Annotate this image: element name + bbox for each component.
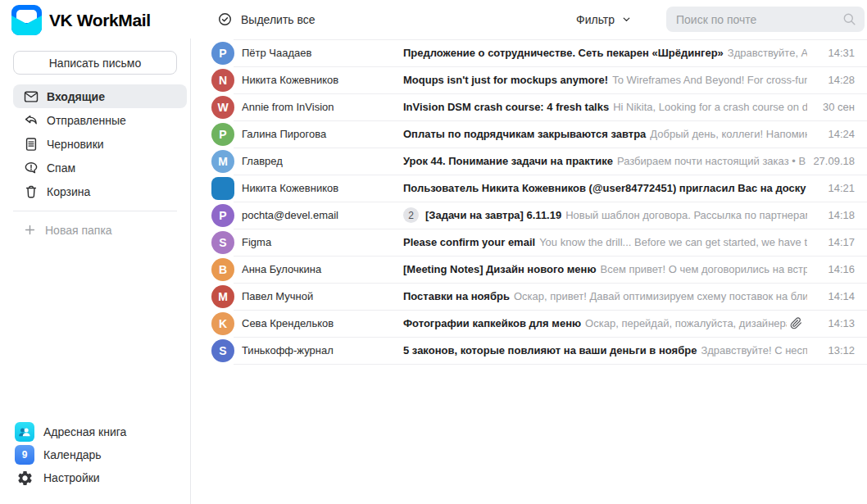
workmail-logo-icon	[11, 5, 42, 35]
email-row[interactable]: N Никита Кожевников Moqups isn't just fo…	[191, 66, 867, 93]
sidebar-item-label: Адресная книга	[43, 425, 126, 438]
email-snippet: Moqups isn't just for mockups anymore! T…	[403, 74, 807, 86]
email-preview: To Wireframes And Beyond! For cross-func…	[612, 74, 807, 86]
sidebar-item-label: Корзина	[47, 185, 90, 198]
email-subject: Фотографии капкейков для меню	[403, 317, 581, 329]
mail-toolbar: Выделить все Фильтр	[191, 0, 867, 39]
sidebar-item-settings[interactable]: Настройки	[15, 466, 187, 489]
new-folder-label: Новая папка	[45, 224, 112, 237]
email-sender: Никита Кожевников	[242, 182, 403, 194]
email-row[interactable]: Никита Кожевников Пользователь Никита Ко…	[191, 175, 867, 202]
sidebar-item-drafts[interactable]: Черновики	[13, 132, 187, 156]
select-all-label: Выделить все	[241, 13, 315, 26]
email-snippet: Урок 44. Понимание задачи на практике Ра…	[403, 155, 807, 167]
avatar-letter: K	[219, 317, 227, 330]
sidebar-item-label: Спам	[47, 161, 75, 175]
trash-icon	[23, 184, 39, 200]
email-sender: Павел Мучной	[242, 290, 403, 302]
vk-workmail-app: VK WorkMail Написать письмо Входящие Отп…	[0, 0, 867, 504]
sidebar-item-label: Черновики	[47, 138, 104, 151]
avatar: P	[211, 123, 234, 146]
search-box	[666, 7, 865, 32]
avatar-letter: B	[219, 263, 227, 276]
avatar-letter: P	[219, 209, 226, 222]
email-time: 27.09.18	[807, 155, 855, 167]
email-time: 14:13	[807, 317, 855, 329]
email-row[interactable]: S Figma Please confirm your email You kn…	[191, 229, 867, 256]
avatar: S	[211, 231, 234, 254]
compose-button[interactable]: Написать письмо	[13, 51, 177, 75]
sidebar-item-trash[interactable]: Корзина	[13, 179, 187, 203]
email-snippet: InVision DSM crash course: 4 fresh talks…	[403, 101, 807, 113]
email-row[interactable]: M Главред Урок 44. Понимание задачи на п…	[191, 148, 867, 175]
email-preview: Разбираем почти настоящий заказ • В брау…	[617, 155, 807, 167]
email-row[interactable]: P Галина Пирогова Оплаты по подрядчикам …	[191, 120, 867, 148]
email-preview: Здравствуйте, Ангелина! Ме…	[728, 47, 807, 59]
unread-count-badge: 2	[403, 207, 419, 223]
avatar-letter: W	[217, 101, 228, 114]
email-time: 14:24	[807, 128, 855, 140]
email-subject: Оплаты по подрядчикам закрываются завтра	[403, 128, 646, 140]
sidebar-item-address-book[interactable]: Адресная книга	[15, 420, 187, 443]
app-title: VK WorkMail	[49, 11, 151, 30]
sidebar-item-spam[interactable]: Спам	[13, 156, 187, 179]
sent-icon	[23, 112, 39, 129]
address-book-icon	[15, 422, 34, 442]
inbox-icon	[23, 89, 39, 105]
mail-main: Выделить все Фильтр P Пётр Чаадаев Предл…	[191, 0, 867, 504]
email-snippet: Поставки на ноябрь Оскар, привет! Давай …	[403, 290, 807, 302]
calendar-day-number: 9	[22, 449, 28, 461]
avatar	[211, 177, 234, 200]
new-folder-button[interactable]: Новая папка	[13, 218, 112, 242]
sidebar-item-calendar[interactable]: 9 Календарь	[15, 443, 187, 466]
email-row[interactable]: S Тинькофф-журнал 5 законов, которые пов…	[191, 337, 867, 364]
email-time: 14:17	[807, 236, 855, 248]
email-snippet: [Meeting Notes] Дизайн нового меню Всем …	[403, 263, 807, 275]
email-time: 14:18	[807, 209, 855, 221]
email-sender: Annie from InVision	[242, 101, 403, 113]
filter-dropdown[interactable]: Фильтр	[576, 0, 632, 39]
sidebar-item-sent[interactable]: Отправленные	[13, 108, 187, 132]
email-sender: Figma	[242, 236, 403, 248]
email-sender: Галина Пирогова	[242, 128, 403, 140]
select-all-button[interactable]: Выделить все	[217, 0, 315, 39]
email-preview: Добрый день, коллеги! Напоминаю, что вам…	[650, 128, 807, 140]
search-input[interactable]	[666, 7, 865, 32]
email-subject: [Meeting Notes] Дизайн нового меню	[403, 263, 597, 275]
email-time: 14:21	[807, 182, 855, 194]
email-snippet: 5 законов, которые повлияют на ваши день…	[403, 344, 807, 356]
email-sender: Никита Кожевников	[242, 74, 403, 86]
sidebar-bottom-menu: Адресная книга 9 Календарь Настройки	[15, 420, 187, 489]
avatar-letter: S	[219, 344, 226, 357]
email-row[interactable]: K Сева Крендельков Фотографии капкейков …	[191, 310, 867, 337]
email-subject: Поставки на ноябрь	[403, 290, 510, 302]
email-row[interactable]: W Annie from InVision InVision DSM crash…	[191, 93, 867, 120]
avatar-letter: N	[219, 74, 227, 87]
email-row[interactable]: P pochta@devel.email 2 [Задачи на завтра…	[191, 202, 867, 229]
app-logo[interactable]: VK WorkMail	[11, 5, 151, 35]
avatar: P	[211, 204, 234, 227]
sidebar-item-inbox[interactable]: Входящие	[13, 84, 187, 108]
email-row[interactable]: M Павел Мучной Поставки на ноябрь Оскар,…	[191, 283, 867, 310]
avatar-letter: P	[219, 128, 226, 141]
drafts-icon	[23, 136, 39, 152]
avatar: K	[211, 312, 234, 335]
avatar: B	[211, 258, 234, 281]
sidebar-item-label: Входящие	[47, 90, 105, 103]
email-subject: Moqups isn't just for mockups anymore!	[403, 74, 608, 86]
email-time: 14:31	[807, 47, 855, 59]
email-sender: Главред	[242, 155, 403, 167]
email-preview: Новый шаблон договора. Рассылка по партн…	[565, 209, 807, 221]
email-snippet: Фотографии капкейков для меню Оскар, пер…	[403, 317, 787, 329]
spam-icon	[23, 160, 39, 176]
email-subject: 5 законов, которые повлияют на ваши день…	[403, 344, 697, 356]
search-icon[interactable]	[842, 11, 857, 27]
avatar-letter: P	[219, 47, 226, 60]
email-sender: Пётр Чаадаев	[242, 47, 403, 59]
folder-list: Входящие Отправленные Черновики Спам Кор…	[13, 84, 187, 203]
chevron-down-icon	[621, 14, 632, 25]
email-row[interactable]: B Анна Булочкина [Meeting Notes] Дизайн …	[191, 256, 867, 283]
calendar-icon: 9	[15, 445, 34, 465]
email-row[interactable]: P Пётр Чаадаев Предложение о сотрудничес…	[191, 39, 867, 66]
avatar: N	[211, 69, 234, 92]
